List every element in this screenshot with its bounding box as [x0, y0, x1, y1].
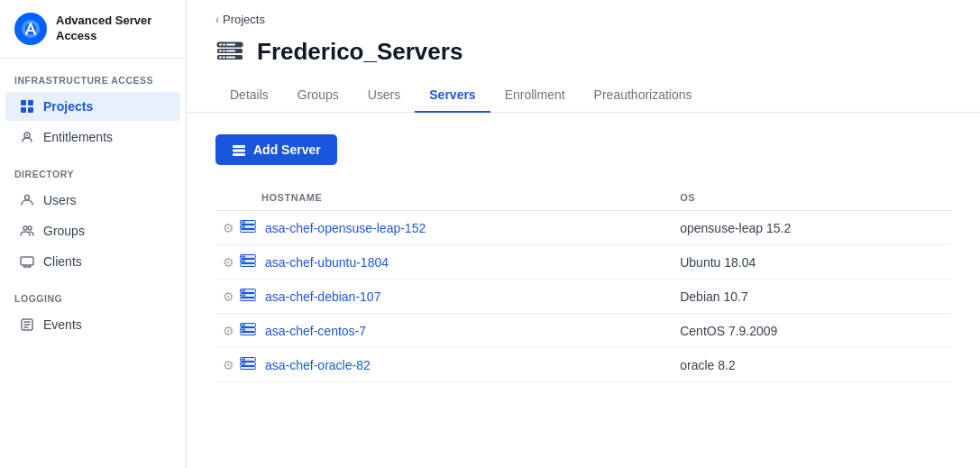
- server-list-icon: [240, 357, 256, 370]
- gear-icon[interactable]: ⚙: [223, 289, 234, 304]
- table-row: ⚙ asa-chef-oracle-82 oracle 8.2: [215, 348, 951, 382]
- sidebar-item-events[interactable]: Events: [5, 310, 180, 339]
- add-server-button[interactable]: Add Server: [215, 134, 337, 165]
- svg-rect-21: [226, 50, 235, 52]
- tab-groups[interactable]: Groups: [283, 78, 353, 113]
- svg-point-9: [28, 226, 32, 230]
- svg-rect-53: [243, 325, 245, 326]
- row-actions: ⚙: [215, 245, 238, 280]
- row-actions: ⚙: [215, 211, 238, 245]
- svg-rect-48: [243, 295, 245, 297]
- col-icon-header: [238, 187, 258, 211]
- table-row: ⚙ asa-chef-debian-107 Debian 10.7: [215, 280, 951, 314]
- sidebar-item-users[interactable]: Users: [5, 186, 180, 215]
- server-os: oracle 8.2: [673, 348, 951, 382]
- svg-rect-26: [233, 150, 245, 152]
- svg-rect-44: [241, 298, 256, 301]
- sidebar-item-projects-label: Projects: [43, 99, 93, 114]
- tabs-bar: Details Groups Users Servers Enrollment …: [187, 78, 980, 113]
- col-hostname-header: Hostname: [258, 187, 673, 211]
- tab-enrollment[interactable]: Enrollment: [490, 78, 580, 113]
- directory-section-label: Directory: [0, 152, 186, 185]
- svg-rect-37: [241, 264, 256, 267]
- sidebar-item-groups[interactable]: Groups: [5, 216, 180, 245]
- gear-icon[interactable]: ⚙: [223, 324, 234, 338]
- sidebar-item-entitlements-label: Entitlements: [43, 130, 113, 144]
- clients-icon: [20, 254, 34, 269]
- table-row: ⚙ asa-chef-opensuse-leap-152 opensus: [215, 211, 951, 245]
- svg-rect-41: [243, 261, 245, 262]
- server-hostname[interactable]: asa-chef-oracle-82: [258, 348, 673, 382]
- asa-logo-icon: [14, 13, 47, 45]
- users-icon: [20, 193, 34, 207]
- server-hostname[interactable]: asa-chef-ubuntu-1804: [258, 245, 673, 280]
- svg-rect-58: [241, 367, 256, 370]
- svg-rect-22: [219, 57, 222, 59]
- sidebar-item-clients-label: Clients: [43, 254, 82, 269]
- project-icon: [215, 37, 244, 66]
- infrastructure-section-label: Infrastructure Access: [0, 59, 186, 91]
- row-actions: ⚙: [215, 280, 238, 314]
- svg-rect-40: [242, 261, 243, 262]
- svg-rect-32: [243, 222, 245, 224]
- table-row: ⚙ asa-chef-centos-7 CentOS 7.9.2009: [215, 314, 951, 348]
- entitlements-icon: [20, 130, 34, 144]
- svg-rect-10: [21, 257, 33, 265]
- row-actions: ⚙: [215, 314, 238, 348]
- row-server-icon: [238, 314, 258, 348]
- breadcrumb-chevron: ‹: [215, 14, 219, 26]
- server-hostname[interactable]: asa-chef-centos-7: [258, 314, 673, 348]
- app-title: Advanced Server Access: [56, 14, 171, 44]
- gear-icon[interactable]: ⚙: [223, 221, 234, 235]
- svg-rect-54: [242, 329, 243, 331]
- svg-rect-19: [219, 50, 222, 52]
- svg-rect-18: [226, 44, 235, 46]
- sidebar-item-groups-label: Groups: [43, 224, 85, 238]
- sidebar-item-clients[interactable]: Clients: [5, 247, 180, 276]
- tab-users[interactable]: Users: [353, 78, 416, 113]
- groups-icon: [20, 224, 34, 238]
- projects-icon: [20, 99, 34, 114]
- servers-table: Hostname OS ⚙: [215, 187, 951, 382]
- col-actions-header: [215, 187, 238, 211]
- svg-rect-38: [242, 256, 243, 258]
- row-actions: ⚙: [215, 348, 238, 382]
- svg-point-0: [14, 13, 47, 45]
- page-header: Frederico_Servers: [187, 30, 980, 66]
- svg-rect-46: [243, 290, 245, 292]
- gear-icon[interactable]: ⚙: [223, 358, 234, 372]
- server-os: opensuse-leap 15.2: [673, 211, 951, 245]
- svg-rect-25: [233, 145, 245, 148]
- sidebar-item-entitlements[interactable]: Entitlements: [5, 123, 180, 151]
- breadcrumb-link[interactable]: Projects: [223, 13, 265, 26]
- svg-rect-62: [243, 363, 245, 365]
- logging-section-label: Logging: [0, 277, 186, 309]
- server-os: Debian 10.7: [673, 280, 951, 314]
- server-list-icon: [240, 289, 256, 301]
- sidebar-item-projects[interactable]: Projects: [5, 92, 180, 121]
- svg-rect-55: [243, 329, 245, 331]
- svg-rect-61: [242, 363, 243, 365]
- gear-icon[interactable]: ⚙: [223, 255, 234, 270]
- svg-rect-39: [243, 256, 245, 258]
- svg-rect-27: [233, 153, 245, 156]
- svg-rect-45: [242, 290, 243, 292]
- content-area: Add Server Hostname OS ⚙: [187, 113, 980, 468]
- tab-servers[interactable]: Servers: [415, 78, 490, 113]
- server-hostname[interactable]: asa-chef-opensuse-leap-152: [258, 211, 673, 245]
- server-list-icon: [240, 254, 256, 267]
- svg-rect-2: [28, 100, 33, 106]
- row-server-icon: [238, 211, 258, 245]
- tab-preauthorizations[interactable]: Preauthorizations: [580, 78, 707, 113]
- svg-point-7: [25, 196, 30, 200]
- svg-rect-59: [242, 359, 243, 361]
- server-hostname[interactable]: asa-chef-debian-107: [258, 280, 673, 314]
- svg-rect-1: [21, 100, 26, 106]
- svg-rect-24: [226, 57, 235, 59]
- events-icon: [20, 317, 34, 332]
- svg-rect-51: [241, 333, 256, 335]
- svg-rect-47: [242, 295, 243, 297]
- tab-details[interactable]: Details: [215, 78, 283, 113]
- svg-rect-20: [223, 50, 225, 52]
- svg-rect-30: [241, 230, 256, 233]
